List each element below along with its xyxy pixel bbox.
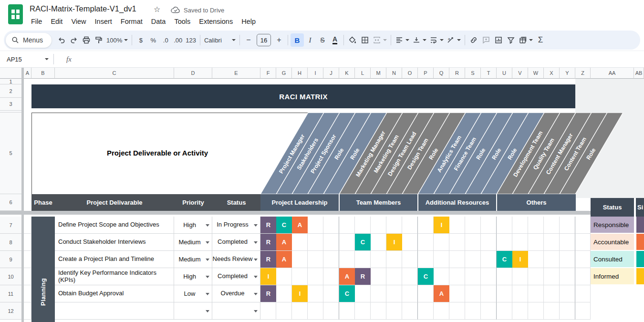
column-header-K[interactable]: K [339,68,355,79]
priority-dropdown-icon[interactable] [206,241,209,244]
document-title[interactable]: RACI-Matrix-Template-V1_dv1 [30,4,136,13]
grid-cell[interactable] [497,302,512,320]
header-priority[interactable]: Priority [174,194,212,211]
status-cell[interactable]: Needs Review [212,251,260,268]
phase-col-cell[interactable] [24,217,31,234]
grid-cell[interactable] [418,251,434,268]
column-header-Q[interactable]: Q [434,68,449,79]
decrease-font-size-button[interactable]: − [242,33,255,47]
status-dropdown-icon[interactable] [254,276,258,278]
grid-cell[interactable] [465,285,481,302]
status-cell[interactable]: Overdue [212,285,260,302]
grid-cell[interactable] [449,302,465,320]
column-header-S[interactable]: S [465,68,481,79]
grid-cell[interactable] [449,251,465,268]
grid-cell[interactable] [355,302,371,320]
grid-cell[interactable] [560,268,575,285]
deliverable-cell[interactable]: Identify Key Performance Indicators (KPI… [55,268,174,285]
raci-mark-A[interactable]: A [434,285,449,302]
frozen-rows-divider[interactable] [0,211,591,215]
grid-cell[interactable] [560,217,575,234]
create-filter-button[interactable] [505,33,517,47]
fill-color-button[interactable] [346,33,359,47]
grid-cell[interactable] [512,268,528,285]
grid-cell[interactable] [497,217,512,234]
grid-cell[interactable] [575,285,591,302]
raci-mark-A[interactable]: A [339,268,355,285]
grid-cell[interactable] [528,234,544,251]
grid-cell[interactable] [465,251,481,268]
grid-cell[interactable] [308,285,323,302]
grid-cell[interactable] [544,234,560,251]
header-group-additional-resources[interactable]: Additional Resources [418,194,497,211]
legend-item-responsible[interactable]: Responsible [591,217,634,234]
raci-mark-R[interactable]: R [260,251,276,268]
table-views-button[interactable] [517,33,534,47]
grid-cell[interactable] [528,302,544,320]
column-header-J[interactable]: J [323,68,339,79]
header-phase[interactable]: Phase [31,194,55,211]
grid-cell[interactable] [497,268,512,285]
grid-cell[interactable] [371,302,386,320]
column-header-W[interactable]: W [528,68,544,79]
status-dropdown-icon[interactable] [254,310,258,312]
status-dropdown-icon[interactable] [254,224,258,227]
status-cell[interactable]: In Progress [212,217,260,234]
grid-cell[interactable] [481,302,497,320]
grid-cell[interactable] [386,251,402,268]
grid-cell[interactable] [544,268,560,285]
grid-cell[interactable] [355,251,371,268]
column-header-Z[interactable]: Z [575,68,591,79]
deliverable-cell[interactable]: Conduct Stakeholder Interviews [55,234,174,251]
grid-cell[interactable] [402,268,418,285]
grid-cell[interactable] [575,268,591,285]
column-header-F[interactable]: F [260,68,276,79]
grid-cell[interactable] [308,234,323,251]
grid-cell[interactable] [418,285,434,302]
grid-cell[interactable] [512,234,528,251]
deliverable-cell[interactable]: Obtain Budget Approval [55,285,174,302]
legend-item-informed[interactable]: Informed [591,268,634,285]
grid-cell[interactable] [575,251,591,268]
column-header-AA[interactable]: AA [591,68,634,79]
status-cell[interactable]: Completed [212,268,260,285]
grid-cell[interactable] [308,302,323,320]
deliverable-cell[interactable]: Define Project Scope and Objectives [55,217,174,234]
raci-mark-I[interactable]: I [386,234,402,250]
menu-extensions[interactable]: Extensions [195,16,237,27]
grid-cell[interactable] [465,302,481,320]
priority-dropdown-icon[interactable] [206,293,209,295]
priority-dropdown-icon[interactable] [206,259,209,261]
phase-col-cell[interactable] [24,234,31,251]
header-deliverable[interactable]: Project Delivarable [55,194,174,211]
increase-font-size-button[interactable]: + [273,33,285,47]
raci-mark-C[interactable]: C [418,268,434,285]
grid-cell[interactable] [481,217,497,234]
legend-item-consulted[interactable]: Consulted [591,251,634,268]
sheets-logo-icon[interactable] [8,4,23,24]
text-rotation-button[interactable]: a [445,33,462,47]
grid-cell[interactable] [308,217,323,234]
italic-button[interactable]: I [304,33,316,47]
grid-cell[interactable] [323,234,339,251]
grid-cell[interactable] [308,251,323,268]
grid-cell[interactable] [371,251,386,268]
raci-mark-R[interactable]: R [260,234,276,250]
grid-cell[interactable] [465,234,481,251]
increase-decimal-button[interactable]: .00 [172,33,184,47]
priority-dropdown-icon[interactable] [206,276,209,278]
redo-button[interactable] [68,33,80,47]
strikethrough-button[interactable]: S [316,33,329,47]
search-menus-button[interactable]: Menus [6,33,52,48]
grid-cell[interactable] [449,268,465,285]
priority-cell[interactable]: High [174,217,212,234]
grid-cell[interactable] [292,251,308,268]
column-header-L[interactable]: L [355,68,371,79]
grid-cell[interactable] [308,268,323,285]
name-box[interactable]: AP15 [0,56,43,63]
grid-cell[interactable] [560,251,575,268]
grid-cell[interactable] [371,268,386,285]
column-header-E[interactable]: E [212,68,260,79]
grid-cell[interactable] [528,217,544,234]
grid-cell[interactable] [323,217,339,234]
